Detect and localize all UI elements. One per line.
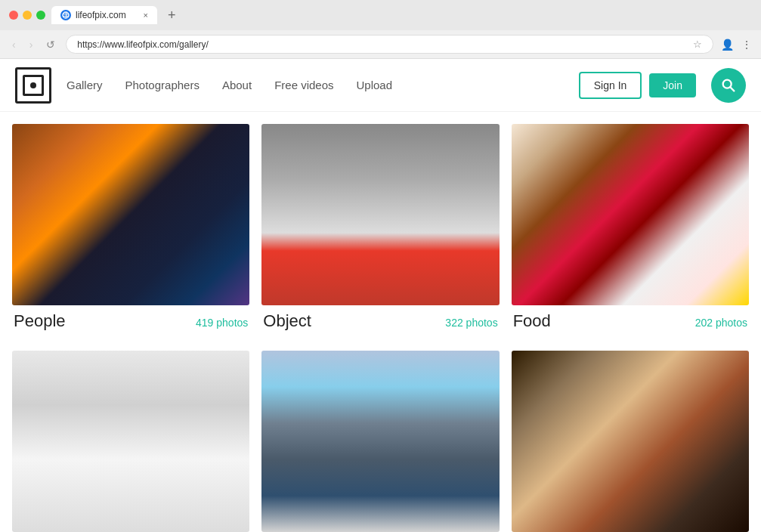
url-text: https://www.lifeofpix.com/gallery/ (77, 39, 693, 50)
gallery-count-object: 322 photos (445, 317, 497, 329)
search-button[interactable] (711, 68, 746, 103)
gallery-item-food[interactable]: Food 202 photos (512, 124, 749, 339)
gallery-item-nature[interactable] (261, 351, 499, 532)
logo-dot (30, 82, 36, 88)
new-tab-button[interactable]: + (163, 8, 181, 23)
gallery-thumb-object (261, 124, 499, 305)
refresh-button[interactable]: ↺ (43, 37, 58, 52)
browser-chrome: lifeofpix.com × + ‹ › ↺ https://www.life… (0, 0, 761, 59)
browser-menu-icon[interactable]: ⋮ (741, 39, 752, 51)
close-window-button[interactable] (9, 11, 18, 20)
nav-link-free-videos[interactable]: Free videos (274, 79, 333, 91)
nav-links: Gallery Photographers About Free videos … (67, 79, 579, 91)
gallery-label-object: Object (263, 311, 311, 331)
gallery-caption-people: People 419 photos (12, 305, 249, 339)
gallery-label-food: Food (513, 311, 551, 331)
account-icon[interactable]: 👤 (721, 39, 734, 51)
nav-link-gallery[interactable]: Gallery (67, 79, 103, 91)
gallery-item-object[interactable]: Object 322 photos (261, 124, 499, 339)
address-bar[interactable]: https://www.lifeofpix.com/gallery/ ☆ (66, 35, 713, 54)
maximize-window-button[interactable] (36, 11, 45, 20)
logo-inner (23, 75, 44, 96)
gallery-thumb-food (512, 124, 749, 305)
logo-box (15, 67, 51, 104)
forward-button[interactable]: › (26, 37, 36, 52)
gallery-thumb-architecture (12, 351, 249, 532)
gallery-item-people[interactable]: People 419 photos (12, 124, 249, 339)
signin-button[interactable]: Sign In (579, 72, 642, 99)
browser-titlebar: lifeofpix.com × + (0, 0, 761, 30)
gallery-count-people: 419 photos (196, 317, 248, 329)
site-nav: Gallery Photographers About Free videos … (0, 59, 761, 112)
search-icon (720, 77, 737, 94)
gallery-count-food: 202 photos (695, 317, 747, 329)
site-logo[interactable] (15, 67, 51, 104)
tab-title: lifeofpix.com (76, 10, 126, 20)
gallery-thumb-animal (512, 351, 749, 532)
browser-tab[interactable]: lifeofpix.com × (51, 6, 157, 24)
gallery-caption-food: Food 202 photos (512, 305, 749, 339)
minimize-window-button[interactable] (23, 11, 32, 20)
tab-favicon-icon (60, 10, 71, 20)
browser-addressbar: ‹ › ↺ https://www.lifeofpix.com/gallery/… (0, 30, 761, 58)
back-button[interactable]: ‹ (9, 37, 19, 52)
site-content: Gallery Photographers About Free videos … (0, 59, 761, 532)
browser-dots (9, 11, 45, 20)
address-bar-icons: ☆ (693, 39, 702, 50)
svg-line-2 (730, 87, 734, 91)
gallery-grid: People 419 photos Object 322 photos Food… (0, 112, 761, 532)
gallery-thumb-people (12, 124, 249, 305)
tab-close-button[interactable]: × (144, 11, 148, 20)
bookmark-icon[interactable]: ☆ (693, 39, 702, 50)
gallery-caption-object: Object 322 photos (261, 305, 499, 339)
gallery-label-people: People (14, 311, 66, 331)
nav-link-photographers[interactable]: Photographers (125, 79, 200, 91)
nav-link-upload[interactable]: Upload (357, 79, 393, 91)
nav-link-about[interactable]: About (222, 79, 252, 91)
gallery-item-animal[interactable] (512, 351, 749, 532)
nav-actions: Sign In Join (579, 68, 746, 103)
gallery-item-architecture[interactable] (12, 351, 249, 532)
gallery-thumb-nature (261, 351, 499, 532)
join-button[interactable]: Join (649, 73, 696, 97)
